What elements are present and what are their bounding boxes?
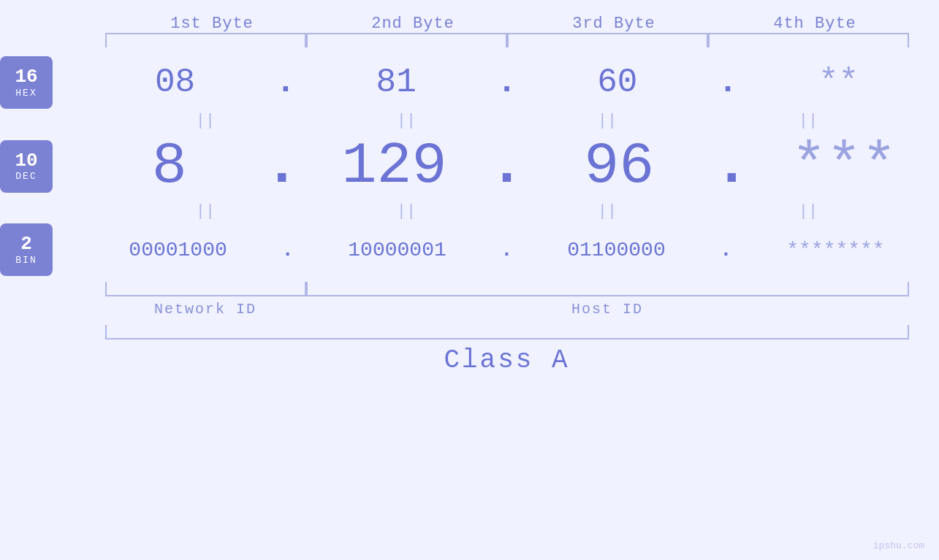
top-brackets <box>105 33 909 47</box>
id-brackets-section: Network ID Host ID <box>105 282 909 318</box>
hex-b1-cell: 08 <box>75 64 275 101</box>
hex-values: 08 . 81 . 60 . ** <box>75 64 939 101</box>
bin-b3-cell: 01100000 <box>513 239 720 261</box>
bin-b1: 00001000 <box>129 239 227 261</box>
byte2-label: 2nd Byte <box>313 15 514 33</box>
hex-b2: 81 <box>376 64 417 101</box>
hex-dot1: . <box>275 64 296 101</box>
equals-row-1: || || || || <box>105 109 909 133</box>
bin-badge-label: BIN <box>15 255 37 266</box>
hex-badge-number: 16 <box>15 66 37 88</box>
dec-badge-label: DEC <box>15 171 37 182</box>
bin-row: 2 BIN 00001000 . 10000001 . 01100000 . *… <box>0 223 939 276</box>
hex-b4: ** <box>818 64 859 101</box>
dec-b3-cell: 96 <box>525 133 715 199</box>
hex-badge-label: HEX <box>15 88 37 99</box>
watermark: ipshu.com <box>873 540 924 551</box>
dec-badge: 10 DEC <box>0 140 53 193</box>
dec-b4-cell: *** <box>749 133 939 199</box>
main-container: 1st Byte 2nd Byte 3rd Byte 4th Byte 16 H… <box>0 0 939 560</box>
top-bracket-3 <box>507 33 708 47</box>
hex-b3: 60 <box>597 64 637 101</box>
eq1-b4: || <box>708 112 909 130</box>
bin-dot2: . <box>501 239 513 261</box>
byte4-label: 4th Byte <box>715 15 916 33</box>
host-id-bracket: Host ID <box>306 282 909 318</box>
bin-badge-number: 2 <box>20 234 32 255</box>
hex-row: 16 HEX 08 . 81 . 60 . ** <box>0 56 939 109</box>
network-bracket-line <box>105 282 306 296</box>
dec-b2-cell: 129 <box>300 133 490 199</box>
network-id-label: Network ID <box>105 301 306 318</box>
class-bracket <box>105 325 909 340</box>
host-id-label: Host ID <box>306 301 909 318</box>
dec-b4: *** <box>791 133 897 199</box>
bin-b4-cell: ******** <box>732 239 939 261</box>
header-row: 1st Byte 2nd Byte 3rd Byte 4th Byte <box>112 15 916 33</box>
dec-row: 10 DEC 8 . 129 . 96 . *** <box>0 133 939 199</box>
bin-dot3: . <box>720 239 732 261</box>
dec-b1: 8 <box>152 133 187 199</box>
bin-b2-cell: 10000001 <box>294 239 501 261</box>
eq2-b3: || <box>507 202 708 220</box>
hex-b1: 08 <box>155 64 195 101</box>
byte1-label: 1st Byte <box>112 15 313 33</box>
top-bracket-2 <box>306 33 507 47</box>
eq1-b2: || <box>306 112 507 130</box>
dec-dot2: . <box>489 133 524 199</box>
eq1-b3: || <box>507 112 708 130</box>
class-label: Class A <box>105 345 909 375</box>
dec-values: 8 . 129 . 96 . *** <box>75 133 939 199</box>
brackets-row: Network ID Host ID <box>105 282 909 318</box>
network-id-bracket: Network ID <box>105 282 306 318</box>
hex-dot2: . <box>497 64 517 101</box>
top-bracket-4 <box>708 33 909 47</box>
byte3-label: 3rd Byte <box>514 15 715 33</box>
bin-b2: 10000001 <box>348 239 446 261</box>
bin-badge: 2 BIN <box>0 223 53 276</box>
bin-b4: ******** <box>786 239 884 261</box>
dec-b1-cell: 8 <box>75 133 265 199</box>
host-bracket-line <box>306 282 909 296</box>
eq2-b2: || <box>306 202 507 220</box>
dec-b3: 96 <box>584 133 654 199</box>
hex-b4-cell: ** <box>738 64 939 101</box>
dec-badge-number: 10 <box>15 150 37 172</box>
hex-b3-cell: 60 <box>517 64 718 101</box>
class-section: Class A <box>105 325 909 375</box>
hex-b2-cell: 81 <box>296 64 497 101</box>
dec-dot1: . <box>265 133 300 199</box>
eq2-b1: || <box>105 202 306 220</box>
bin-b3: 01100000 <box>567 239 665 261</box>
bin-b1-cell: 00001000 <box>75 239 281 261</box>
hex-dot3: . <box>718 64 738 101</box>
dec-dot3: . <box>714 133 749 199</box>
bin-values: 00001000 . 10000001 . 01100000 . *******… <box>75 239 939 261</box>
dec-b2: 129 <box>342 133 447 199</box>
eq2-b4: || <box>708 202 909 220</box>
equals-row-2: || || || || <box>105 199 909 223</box>
top-bracket-1 <box>105 33 306 47</box>
hex-badge: 16 HEX <box>0 56 53 109</box>
bin-dot1: . <box>281 239 294 261</box>
eq1-b1: || <box>105 112 306 130</box>
